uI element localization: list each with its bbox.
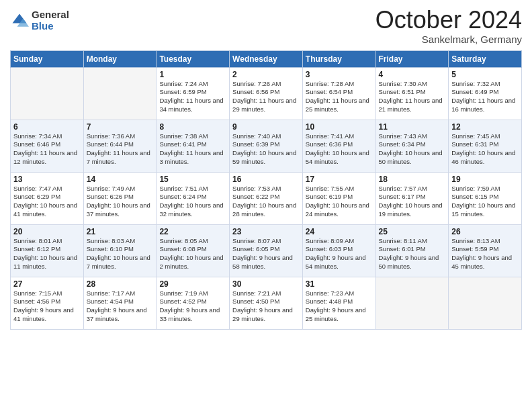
- header-row: SundayMondayTuesdayWednesdayThursdayFrid…: [11, 50, 522, 67]
- calendar-cell: 28Sunrise: 7:17 AMSunset: 4:54 PMDayligh…: [83, 277, 157, 329]
- day-info: Sunrise: 7:23 AMSunset: 4:48 PMDaylight:…: [306, 289, 373, 324]
- day-number: 18: [379, 175, 446, 184]
- day-info: Sunrise: 7:21 AMSunset: 4:50 PMDaylight:…: [232, 289, 300, 324]
- calendar-cell: [83, 67, 157, 120]
- day-info: Sunrise: 7:43 AMSunset: 6:34 PMDaylight:…: [379, 132, 446, 167]
- calendar-cell: 10Sunrise: 7:41 AMSunset: 6:36 PMDayligh…: [302, 120, 375, 172]
- calendar-cell: 7Sunrise: 7:36 AMSunset: 6:44 PMDaylight…: [83, 120, 157, 172]
- calendar-cell: 15Sunrise: 7:51 AMSunset: 6:24 PMDayligh…: [157, 172, 230, 224]
- day-info: Sunrise: 7:15 AMSunset: 4:56 PMDaylight:…: [13, 289, 81, 324]
- day-number: 12: [451, 122, 519, 132]
- calendar-cell: 14Sunrise: 7:49 AMSunset: 6:26 PMDayligh…: [83, 172, 157, 224]
- week-row-5: 27Sunrise: 7:15 AMSunset: 4:56 PMDayligh…: [11, 277, 522, 329]
- day-info: Sunrise: 7:41 AMSunset: 6:36 PMDaylight:…: [306, 132, 373, 167]
- day-number: 21: [87, 227, 154, 236]
- day-number: 7: [87, 122, 154, 132]
- calendar-cell: 18Sunrise: 7:57 AMSunset: 6:17 PMDayligh…: [375, 172, 449, 224]
- day-info: Sunrise: 7:19 AMSunset: 4:52 PMDaylight:…: [159, 289, 226, 324]
- day-info: Sunrise: 7:49 AMSunset: 6:26 PMDaylight:…: [87, 185, 154, 219]
- day-info: Sunrise: 8:11 AMSunset: 6:01 PMDaylight:…: [379, 237, 446, 271]
- calendar-cell: 25Sunrise: 8:11 AMSunset: 6:01 PMDayligh…: [375, 224, 449, 277]
- day-info: Sunrise: 7:26 AMSunset: 6:56 PMDaylight:…: [232, 80, 300, 114]
- week-row-3: 13Sunrise: 7:47 AMSunset: 6:29 PMDayligh…: [11, 172, 522, 224]
- logo: General Blue: [10, 9, 69, 32]
- day-number: 13: [13, 175, 81, 184]
- calendar-cell: 3Sunrise: 7:28 AMSunset: 6:54 PMDaylight…: [302, 67, 375, 120]
- day-info: Sunrise: 7:32 AMSunset: 6:49 PMDaylight:…: [451, 80, 519, 114]
- calendar-cell: 1Sunrise: 7:24 AMSunset: 6:59 PMDaylight…: [157, 67, 230, 120]
- day-info: Sunrise: 7:28 AMSunset: 6:54 PMDaylight:…: [306, 80, 373, 114]
- day-number: 9: [232, 122, 300, 132]
- day-info: Sunrise: 7:45 AMSunset: 6:31 PMDaylight:…: [451, 132, 519, 167]
- calendar-cell: 2Sunrise: 7:26 AMSunset: 6:56 PMDaylight…: [230, 67, 303, 120]
- day-number: 8: [159, 122, 226, 132]
- calendar-cell: 13Sunrise: 7:47 AMSunset: 6:29 PMDayligh…: [11, 172, 84, 224]
- day-info: Sunrise: 8:01 AMSunset: 6:12 PMDaylight:…: [13, 237, 81, 271]
- day-info: Sunrise: 7:55 AMSunset: 6:19 PMDaylight:…: [306, 185, 373, 219]
- logo-icon: [10, 11, 29, 30]
- day-number: 15: [159, 175, 226, 184]
- header-day-tuesday: Tuesday: [157, 50, 230, 67]
- day-number: 20: [13, 227, 81, 236]
- day-number: 2: [232, 70, 300, 79]
- day-number: 29: [159, 279, 226, 289]
- day-info: Sunrise: 7:57 AMSunset: 6:17 PMDaylight:…: [379, 185, 446, 219]
- calendar-page: General Blue October 2024 Sankelmark, Ge…: [0, 0, 532, 411]
- day-info: Sunrise: 8:07 AMSunset: 6:05 PMDaylight:…: [232, 237, 300, 271]
- calendar-cell: 9Sunrise: 7:40 AMSunset: 6:39 PMDaylight…: [230, 120, 303, 172]
- day-number: 23: [232, 227, 300, 236]
- logo-blue: Blue: [32, 21, 69, 32]
- calendar-cell: [11, 67, 84, 120]
- calendar-cell: [449, 277, 522, 329]
- day-info: Sunrise: 8:03 AMSunset: 6:10 PMDaylight:…: [87, 237, 154, 271]
- day-info: Sunrise: 7:38 AMSunset: 6:41 PMDaylight:…: [159, 132, 226, 167]
- day-number: 17: [306, 175, 373, 184]
- calendar-cell: 29Sunrise: 7:19 AMSunset: 4:52 PMDayligh…: [157, 277, 230, 329]
- day-info: Sunrise: 7:53 AMSunset: 6:22 PMDaylight:…: [232, 185, 300, 219]
- day-number: 19: [451, 175, 519, 184]
- day-info: Sunrise: 7:36 AMSunset: 6:44 PMDaylight:…: [87, 132, 154, 167]
- day-number: 27: [13, 279, 81, 289]
- calendar-subtitle: Sankelmark, Germany: [375, 34, 522, 45]
- calendar-table: SundayMondayTuesdayWednesdayThursdayFrid…: [10, 50, 522, 330]
- day-info: Sunrise: 8:05 AMSunset: 6:08 PMDaylight:…: [159, 237, 226, 271]
- day-info: Sunrise: 7:51 AMSunset: 6:24 PMDaylight:…: [159, 185, 226, 219]
- calendar-cell: 11Sunrise: 7:43 AMSunset: 6:34 PMDayligh…: [375, 120, 449, 172]
- calendar-cell: 16Sunrise: 7:53 AMSunset: 6:22 PMDayligh…: [230, 172, 303, 224]
- day-number: 24: [306, 227, 373, 236]
- calendar-cell: 26Sunrise: 8:13 AMSunset: 5:59 PMDayligh…: [449, 224, 522, 277]
- header-day-friday: Friday: [375, 50, 449, 67]
- day-info: Sunrise: 7:24 AMSunset: 6:59 PMDaylight:…: [159, 80, 226, 114]
- calendar-cell: 19Sunrise: 7:59 AMSunset: 6:15 PMDayligh…: [449, 172, 522, 224]
- day-number: 22: [159, 227, 226, 236]
- day-info: Sunrise: 7:34 AMSunset: 6:46 PMDaylight:…: [13, 132, 81, 167]
- day-number: 11: [379, 122, 446, 132]
- calendar-cell: 12Sunrise: 7:45 AMSunset: 6:31 PMDayligh…: [449, 120, 522, 172]
- day-number: 28: [87, 279, 154, 289]
- day-info: Sunrise: 7:59 AMSunset: 6:15 PMDaylight:…: [451, 185, 519, 219]
- calendar-cell: 27Sunrise: 7:15 AMSunset: 4:56 PMDayligh…: [11, 277, 84, 329]
- week-row-2: 6Sunrise: 7:34 AMSunset: 6:46 PMDaylight…: [11, 120, 522, 172]
- week-row-1: 1Sunrise: 7:24 AMSunset: 6:59 PMDaylight…: [11, 67, 522, 120]
- day-number: 31: [306, 279, 373, 289]
- calendar-cell: 17Sunrise: 7:55 AMSunset: 6:19 PMDayligh…: [302, 172, 375, 224]
- day-number: 30: [232, 279, 300, 289]
- calendar-cell: 20Sunrise: 8:01 AMSunset: 6:12 PMDayligh…: [11, 224, 84, 277]
- header-day-sunday: Sunday: [11, 50, 84, 67]
- logo-text: General Blue: [32, 9, 69, 32]
- week-row-4: 20Sunrise: 8:01 AMSunset: 6:12 PMDayligh…: [11, 224, 522, 277]
- day-number: 10: [306, 122, 373, 132]
- header-day-thursday: Thursday: [302, 50, 375, 67]
- calendar-cell: 31Sunrise: 7:23 AMSunset: 4:48 PMDayligh…: [302, 277, 375, 329]
- day-number: 6: [13, 122, 81, 132]
- day-info: Sunrise: 7:17 AMSunset: 4:54 PMDaylight:…: [87, 289, 154, 324]
- calendar-title: October 2024: [375, 7, 522, 34]
- calendar-cell: 6Sunrise: 7:34 AMSunset: 6:46 PMDaylight…: [11, 120, 84, 172]
- day-number: 3: [306, 70, 373, 79]
- calendar-cell: 4Sunrise: 7:30 AMSunset: 6:51 PMDaylight…: [375, 67, 449, 120]
- day-info: Sunrise: 8:13 AMSunset: 5:59 PMDaylight:…: [451, 237, 519, 271]
- title-block: October 2024 Sankelmark, Germany: [375, 7, 522, 45]
- day-info: Sunrise: 7:30 AMSunset: 6:51 PMDaylight:…: [379, 80, 446, 114]
- calendar-cell: 5Sunrise: 7:32 AMSunset: 6:49 PMDaylight…: [449, 67, 522, 120]
- header-day-monday: Monday: [83, 50, 157, 67]
